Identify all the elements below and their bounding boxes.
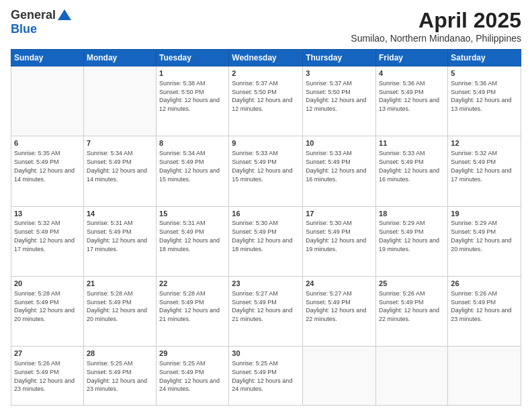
page: General Blue April 2025 Sumilao, Norther… bbox=[0, 0, 532, 411]
day-number: 30 bbox=[232, 349, 300, 359]
day-number: 17 bbox=[306, 209, 373, 219]
day-cell-20: 20 Sunrise: 5:28 AMSunset: 5:49 PMDaylig… bbox=[11, 276, 84, 346]
day-cell-13: 13 Sunrise: 5:32 AMSunset: 5:49 PMDaylig… bbox=[11, 206, 84, 276]
day-cell-8: 8 Sunrise: 5:34 AMSunset: 5:49 PMDayligh… bbox=[157, 136, 229, 206]
header: General Blue April 2025 Sumilao, Norther… bbox=[11, 8, 521, 44]
day-cell-10: 10 Sunrise: 5:33 AMSunset: 5:49 PMDaylig… bbox=[303, 136, 376, 206]
day-info: Sunrise: 5:26 AMSunset: 5:49 PMDaylight:… bbox=[379, 290, 439, 322]
day-info: Sunrise: 5:30 AMSunset: 5:49 PMDaylight:… bbox=[232, 220, 292, 252]
day-number: 18 bbox=[379, 209, 445, 219]
logo-icon bbox=[57, 8, 72, 23]
table-row: 27 Sunrise: 5:26 AMSunset: 5:49 PMDaylig… bbox=[11, 347, 521, 406]
day-number: 24 bbox=[306, 279, 373, 289]
day-info: Sunrise: 5:34 AMSunset: 5:49 PMDaylight:… bbox=[87, 150, 147, 182]
day-info: Sunrise: 5:33 AMSunset: 5:49 PMDaylight:… bbox=[379, 150, 439, 182]
day-info: Sunrise: 5:32 AMSunset: 5:49 PMDaylight:… bbox=[451, 150, 511, 182]
weekday-header-row: Sunday Monday Tuesday Wednesday Thursday… bbox=[11, 50, 521, 66]
day-info: Sunrise: 5:25 AMSunset: 5:49 PMDaylight:… bbox=[159, 360, 220, 392]
day-number: 16 bbox=[232, 209, 300, 219]
day-info: Sunrise: 5:37 AMSunset: 5:50 PMDaylight:… bbox=[306, 80, 366, 112]
day-number: 19 bbox=[451, 209, 518, 219]
day-number: 8 bbox=[159, 138, 226, 148]
day-info: Sunrise: 5:25 AMSunset: 5:49 PMDaylight:… bbox=[232, 360, 292, 392]
day-cell-3: 3 Sunrise: 5:37 AMSunset: 5:50 PMDayligh… bbox=[303, 66, 376, 136]
day-cell-7: 7 Sunrise: 5:34 AMSunset: 5:49 PMDayligh… bbox=[83, 136, 156, 206]
day-number: 10 bbox=[306, 138, 373, 148]
day-info: Sunrise: 5:29 AMSunset: 5:49 PMDaylight:… bbox=[451, 220, 511, 252]
header-saturday: Saturday bbox=[448, 50, 521, 66]
day-info: Sunrise: 5:27 AMSunset: 5:49 PMDaylight:… bbox=[232, 290, 292, 322]
empty-cell bbox=[303, 347, 376, 406]
table-row: 6 Sunrise: 5:35 AMSunset: 5:49 PMDayligh… bbox=[11, 136, 521, 206]
table-row: 1 Sunrise: 5:38 AMSunset: 5:50 PMDayligh… bbox=[11, 66, 521, 136]
header-tuesday: Tuesday bbox=[157, 50, 229, 66]
day-info: Sunrise: 5:28 AMSunset: 5:49 PMDaylight:… bbox=[159, 290, 220, 322]
day-info: Sunrise: 5:33 AMSunset: 5:49 PMDaylight:… bbox=[306, 150, 366, 182]
title-block: April 2025 Sumilao, Northern Mindanao, P… bbox=[351, 8, 521, 44]
day-cell-19: 19 Sunrise: 5:29 AMSunset: 5:49 PMDaylig… bbox=[448, 206, 521, 276]
day-info: Sunrise: 5:25 AMSunset: 5:49 PMDaylight:… bbox=[87, 360, 147, 392]
svg-marker-0 bbox=[58, 9, 71, 20]
day-number: 14 bbox=[87, 209, 153, 219]
day-number: 26 bbox=[451, 279, 518, 289]
day-cell-15: 15 Sunrise: 5:31 AMSunset: 5:49 PMDaylig… bbox=[157, 206, 229, 276]
header-monday: Monday bbox=[83, 50, 156, 66]
day-number: 6 bbox=[14, 138, 81, 148]
day-number: 20 bbox=[14, 279, 81, 289]
logo-blue: Blue bbox=[11, 23, 72, 36]
day-info: Sunrise: 5:26 AMSunset: 5:49 PMDaylight:… bbox=[14, 360, 75, 392]
day-cell-9: 9 Sunrise: 5:33 AMSunset: 5:49 PMDayligh… bbox=[229, 136, 303, 206]
day-info: Sunrise: 5:26 AMSunset: 5:49 PMDaylight:… bbox=[451, 290, 511, 322]
title-location: Sumilao, Northern Mindanao, Philippines bbox=[351, 33, 521, 44]
day-cell-12: 12 Sunrise: 5:32 AMSunset: 5:49 PMDaylig… bbox=[448, 136, 521, 206]
day-cell-22: 22 Sunrise: 5:28 AMSunset: 5:49 PMDaylig… bbox=[157, 276, 229, 346]
header-wednesday: Wednesday bbox=[229, 50, 303, 66]
day-number: 11 bbox=[379, 138, 445, 148]
day-number: 4 bbox=[379, 68, 445, 79]
day-cell-23: 23 Sunrise: 5:27 AMSunset: 5:49 PMDaylig… bbox=[229, 276, 303, 346]
day-number: 27 bbox=[14, 349, 81, 359]
day-info: Sunrise: 5:36 AMSunset: 5:49 PMDaylight:… bbox=[451, 80, 511, 112]
day-info: Sunrise: 5:33 AMSunset: 5:49 PMDaylight:… bbox=[232, 150, 292, 182]
day-number: 22 bbox=[159, 279, 226, 289]
day-cell-26: 26 Sunrise: 5:26 AMSunset: 5:49 PMDaylig… bbox=[448, 276, 521, 346]
day-cell-21: 21 Sunrise: 5:28 AMSunset: 5:49 PMDaylig… bbox=[83, 276, 156, 346]
header-thursday: Thursday bbox=[303, 50, 376, 66]
day-cell-1: 1 Sunrise: 5:38 AMSunset: 5:50 PMDayligh… bbox=[157, 66, 229, 136]
day-info: Sunrise: 5:31 AMSunset: 5:49 PMDaylight:… bbox=[159, 220, 220, 252]
empty-cell bbox=[448, 347, 521, 406]
day-cell-24: 24 Sunrise: 5:27 AMSunset: 5:49 PMDaylig… bbox=[303, 276, 376, 346]
day-info: Sunrise: 5:38 AMSunset: 5:50 PMDaylight:… bbox=[159, 80, 220, 112]
day-cell-18: 18 Sunrise: 5:29 AMSunset: 5:49 PMDaylig… bbox=[376, 206, 448, 276]
header-sunday: Sunday bbox=[11, 50, 84, 66]
day-info: Sunrise: 5:28 AMSunset: 5:49 PMDaylight:… bbox=[87, 290, 147, 322]
day-info: Sunrise: 5:34 AMSunset: 5:49 PMDaylight:… bbox=[159, 150, 220, 182]
day-info: Sunrise: 5:32 AMSunset: 5:49 PMDaylight:… bbox=[14, 220, 75, 252]
title-month: April 2025 bbox=[351, 8, 521, 33]
day-number: 1 bbox=[159, 68, 226, 79]
day-info: Sunrise: 5:31 AMSunset: 5:49 PMDaylight:… bbox=[87, 220, 147, 252]
day-info: Sunrise: 5:36 AMSunset: 5:49 PMDaylight:… bbox=[379, 80, 439, 112]
calendar-table: Sunday Monday Tuesday Wednesday Thursday… bbox=[11, 49, 521, 406]
day-cell-11: 11 Sunrise: 5:33 AMSunset: 5:49 PMDaylig… bbox=[376, 136, 448, 206]
day-cell-2: 2 Sunrise: 5:37 AMSunset: 5:50 PMDayligh… bbox=[229, 66, 303, 136]
header-friday: Friday bbox=[376, 50, 448, 66]
day-number: 28 bbox=[87, 349, 153, 359]
empty-cell bbox=[376, 347, 448, 406]
day-number: 25 bbox=[379, 279, 445, 289]
day-cell-25: 25 Sunrise: 5:26 AMSunset: 5:49 PMDaylig… bbox=[376, 276, 448, 346]
day-info: Sunrise: 5:28 AMSunset: 5:49 PMDaylight:… bbox=[14, 290, 75, 322]
day-number: 2 bbox=[232, 68, 300, 79]
day-info: Sunrise: 5:27 AMSunset: 5:49 PMDaylight:… bbox=[306, 290, 366, 322]
day-info: Sunrise: 5:29 AMSunset: 5:49 PMDaylight:… bbox=[379, 220, 439, 252]
day-info: Sunrise: 5:37 AMSunset: 5:50 PMDaylight:… bbox=[232, 80, 292, 112]
day-cell-6: 6 Sunrise: 5:35 AMSunset: 5:49 PMDayligh… bbox=[11, 136, 84, 206]
table-row: 20 Sunrise: 5:28 AMSunset: 5:49 PMDaylig… bbox=[11, 276, 521, 346]
day-number: 5 bbox=[451, 68, 518, 79]
day-number: 23 bbox=[232, 279, 300, 289]
day-number: 13 bbox=[14, 209, 81, 219]
day-cell-14: 14 Sunrise: 5:31 AMSunset: 5:49 PMDaylig… bbox=[83, 206, 156, 276]
day-info: Sunrise: 5:35 AMSunset: 5:49 PMDaylight:… bbox=[14, 150, 75, 182]
empty-cell bbox=[83, 66, 156, 136]
day-cell-16: 16 Sunrise: 5:30 AMSunset: 5:49 PMDaylig… bbox=[229, 206, 303, 276]
